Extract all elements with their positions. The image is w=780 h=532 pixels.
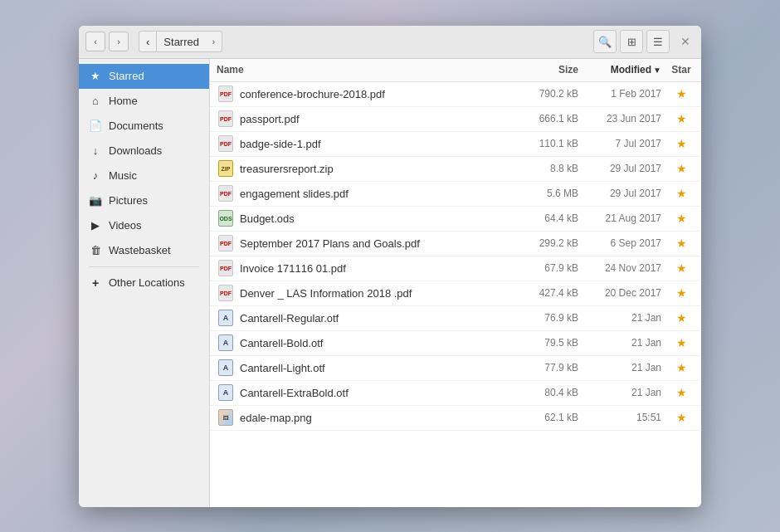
file-size: 80.4 kB	[519, 387, 585, 398]
sidebar-label-videos: Videos	[109, 219, 142, 232]
file-icon: A	[217, 383, 235, 402]
file-manager-window: ‹ › ‹ Starred › 🔍 ⊞ ☰ ✕ ★ Starred	[79, 26, 701, 507]
file-size: 62.1 kB	[519, 412, 585, 423]
file-size: 110.1 kB	[519, 138, 585, 149]
sidebar: ★ Starred ⌂ Home 📄 Documents ↓ Downloads…	[79, 59, 210, 507]
sidebar-label-starred: Starred	[109, 70, 144, 82]
file-name: badge-side-1.pdf	[240, 138, 519, 150]
table-row[interactable]: PDFDenver _ LAS Information 2018 .pdf427…	[210, 281, 701, 306]
documents-icon: 📄	[89, 120, 102, 132]
file-star[interactable]: ★	[668, 237, 695, 250]
home-icon: ⌂	[89, 95, 102, 107]
grid-icon: ⊞	[627, 36, 636, 48]
toolbar-right: 🔍 ⊞ ☰ ✕	[593, 30, 695, 53]
file-star[interactable]: ★	[668, 311, 695, 325]
file-name: Denver _ LAS Information 2018 .pdf	[240, 287, 519, 300]
file-name: Budget.ods	[240, 212, 519, 225]
file-star[interactable]: ★	[668, 212, 695, 225]
sidebar-item-videos[interactable]: ▶ Videos	[79, 213, 209, 238]
sidebar-label-wastebasket: Wastebasket	[109, 244, 171, 256]
wastebasket-icon: 🗑	[89, 244, 102, 256]
sidebar-label-downloads: Downloads	[109, 144, 162, 157]
back-button[interactable]: ‹	[85, 32, 105, 51]
file-name: Cantarell-Light.otf	[240, 362, 519, 374]
table-row[interactable]: ZIPtreasurersreport.zip8.8 kB29 Jul 2017…	[210, 157, 701, 182]
file-icon: A	[217, 309, 235, 327]
downloads-icon: ↓	[89, 144, 102, 157]
table-row[interactable]: PDFSeptember 2017 Plans and Goals.pdf299…	[210, 232, 701, 256]
file-headers: Name Size Modified ▼ Star	[210, 59, 701, 82]
file-modified: 20 Dec 2017	[585, 287, 668, 299]
sidebar-label-documents: Documents	[109, 120, 163, 132]
close-button[interactable]: ✕	[676, 32, 695, 51]
table-row[interactable]: PDFbadge-side-1.pdf110.1 kB7 Jul 2017★	[210, 132, 701, 157]
music-icon: ♪	[89, 169, 102, 182]
file-name: Invoice 171116 01.pdf	[240, 262, 519, 275]
table-row[interactable]: ODSBudget.ods64.4 kB21 Aug 2017★	[210, 207, 701, 232]
file-area: Name Size Modified ▼ Star PDFconference-…	[210, 59, 701, 507]
file-modified: 7 Jul 2017	[585, 138, 668, 149]
file-star[interactable]: ★	[668, 261, 695, 275]
file-name: September 2017 Plans and Goals.pdf	[240, 237, 519, 250]
file-name: treasurersreport.zip	[240, 163, 519, 175]
file-size: 5.6 MB	[519, 188, 585, 199]
sidebar-item-music[interactable]: ♪ Music	[79, 164, 209, 188]
file-star[interactable]: ★	[668, 286, 695, 300]
forward-button[interactable]: ›	[109, 32, 129, 51]
file-name: passport.pdf	[240, 113, 519, 125]
file-star[interactable]: ★	[668, 187, 695, 200]
table-row[interactable]: 🖼edale-map.png62.1 kB15:51★	[210, 406, 701, 431]
file-list: PDFconference-brochure-2018.pdf790.2 kB1…	[210, 82, 701, 507]
file-name: conference-brochure-2018.pdf	[240, 88, 519, 100]
grid-view-button[interactable]: ⊞	[620, 30, 643, 53]
table-row[interactable]: ACantarell-ExtraBold.otf80.4 kB21 Jan★	[210, 381, 701, 406]
column-header-name[interactable]: Name	[217, 64, 519, 76]
file-modified: 1 Feb 2017	[585, 88, 668, 100]
table-row[interactable]: ACantarell-Bold.otf79.5 kB21 Jan★	[210, 331, 701, 356]
file-name: Cantarell-Regular.otf	[240, 312, 519, 325]
breadcrumb-right-arrow[interactable]: ›	[206, 31, 222, 52]
list-view-button[interactable]: ☰	[646, 30, 670, 53]
file-star[interactable]: ★	[668, 162, 695, 175]
sidebar-item-home[interactable]: ⌂ Home	[79, 89, 209, 114]
pictures-icon: 📷	[89, 194, 102, 207]
sidebar-label-music: Music	[109, 169, 137, 182]
table-row[interactable]: PDFInvoice 171116 01.pdf67.9 kB24 Nov 20…	[210, 256, 701, 281]
file-icon: 🖼	[217, 408, 235, 427]
file-star[interactable]: ★	[668, 87, 695, 100]
sidebar-item-downloads[interactable]: ↓ Downloads	[79, 139, 209, 164]
table-row[interactable]: ACantarell-Light.otf77.9 kB21 Jan★	[210, 356, 701, 381]
table-row[interactable]: PDFpassport.pdf666.1 kB23 Jun 2017★	[210, 107, 701, 132]
breadcrumb-title[interactable]: Starred	[157, 31, 206, 52]
sidebar-item-wastebasket[interactable]: 🗑 Wastebasket	[79, 238, 209, 263]
file-modified: 29 Jul 2017	[585, 163, 668, 174]
table-row[interactable]: PDFconference-brochure-2018.pdf790.2 kB1…	[210, 82, 701, 107]
table-row[interactable]: PDFengagement slides.pdf5.6 MB29 Jul 201…	[210, 182, 701, 207]
column-header-star: Star	[668, 64, 695, 76]
table-row[interactable]: ACantarell-Regular.otf76.9 kB21 Jan★	[210, 306, 701, 331]
sidebar-item-other-locations[interactable]: + Other Locations	[79, 271, 209, 295]
file-star[interactable]: ★	[668, 137, 695, 150]
sidebar-label-pictures: Pictures	[109, 194, 148, 207]
sidebar-item-starred[interactable]: ★ Starred	[79, 64, 209, 89]
file-modified: 23 Jun 2017	[585, 113, 668, 124]
sidebar-item-documents[interactable]: 📄 Documents	[79, 114, 209, 139]
file-name: engagement slides.pdf	[240, 188, 519, 200]
main-layout: ★ Starred ⌂ Home 📄 Documents ↓ Downloads…	[79, 59, 701, 507]
file-icon: PDF	[217, 234, 235, 252]
file-icon: PDF	[217, 184, 235, 203]
file-size: 77.9 kB	[519, 362, 585, 373]
file-icon: PDF	[217, 110, 235, 128]
breadcrumb-left-arrow[interactable]: ‹	[139, 31, 157, 52]
column-header-modified[interactable]: Modified ▼	[585, 64, 668, 76]
breadcrumb: ‹ Starred ›	[139, 31, 583, 52]
search-button[interactable]: 🔍	[593, 30, 617, 53]
file-star[interactable]: ★	[668, 361, 695, 374]
file-modified: 21 Jan	[585, 312, 668, 324]
file-star[interactable]: ★	[668, 112, 695, 125]
file-star[interactable]: ★	[668, 336, 695, 349]
file-modified: 21 Jan	[585, 337, 668, 349]
sidebar-item-pictures[interactable]: 📷 Pictures	[79, 188, 209, 213]
file-star[interactable]: ★	[668, 386, 695, 399]
file-star[interactable]: ★	[668, 411, 695, 424]
